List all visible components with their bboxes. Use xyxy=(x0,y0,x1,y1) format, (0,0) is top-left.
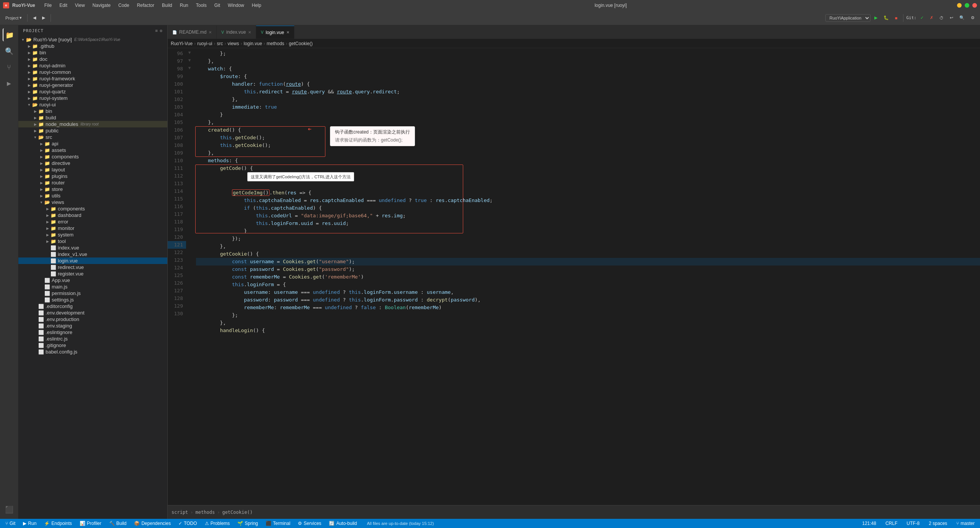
git-check-btn[interactable]: ✓ xyxy=(918,14,926,21)
tree-item-ruoyi-framework[interactable]: ▶ 📁 ruoyi-framework xyxy=(18,75,167,82)
toolbar-back-btn[interactable]: ◀ xyxy=(31,14,38,21)
toolbar-forward-btn[interactable]: ▶ xyxy=(40,14,47,21)
tree-item-ruoyi-common[interactable]: ▶ 📁 ruoyi-common xyxy=(18,69,167,75)
menu-help[interactable]: Help xyxy=(249,2,265,9)
fold-106[interactable]: ▼ xyxy=(186,49,193,57)
bc-ruoyivue[interactable]: RuoYi-Vue xyxy=(171,41,193,46)
settings-btn[interactable]: ⚙ xyxy=(969,14,977,21)
tree-item-env-staging[interactable]: ▶ ⬜ .env.staging xyxy=(18,323,167,329)
tree-item-ruoyi-admin[interactable]: ▶ 📁 ruoyi-admin xyxy=(18,62,167,69)
tab-close-index[interactable]: ✕ xyxy=(248,30,251,34)
status-problems[interactable]: ⚠ Problems xyxy=(203,519,232,528)
tree-item-main-js[interactable]: ▶ ⬜ main.js xyxy=(18,284,167,290)
bottom-tab-getcookie[interactable]: getCookie() xyxy=(220,508,255,516)
bc-ruoyiui[interactable]: ruoyi-ui xyxy=(197,41,212,46)
tree-item-public[interactable]: ▶ 📁 public xyxy=(18,127,167,134)
tree-item-ruoyi-quartz[interactable]: ▶ 📁 ruoyi-quartz xyxy=(18,88,167,95)
sidebar-collapse-icon[interactable]: ≡ xyxy=(155,28,158,33)
tree-item-eslintignore[interactable]: ▶ ⬜ .eslintignore xyxy=(18,329,167,336)
menu-edit[interactable]: Edit xyxy=(56,2,70,9)
run-config-dropdown[interactable]: RuoYiApplication xyxy=(825,14,871,22)
tree-item-eslintrc[interactable]: ▶ ⬜ .eslintrc.js xyxy=(18,336,167,342)
tree-item-env-dev[interactable]: ▶ ⬜ .env.development xyxy=(18,310,167,316)
tree-item-editorconfig[interactable]: ▶ ⬜ .editorconfig xyxy=(18,303,167,310)
tree-item-permission-js[interactable]: ▶ ⬜ permission.js xyxy=(18,290,167,297)
menu-file[interactable]: File xyxy=(41,2,55,9)
tree-item-babel[interactable]: ▶ ⬜ babel.config.js xyxy=(18,349,167,355)
bc-methods[interactable]: methods xyxy=(267,41,284,46)
menu-git[interactable]: Git xyxy=(211,2,223,9)
status-build[interactable]: 🔨 Build xyxy=(107,519,129,528)
status-autobuild[interactable]: 🔄 Auto-build xyxy=(327,519,359,528)
tree-item-assets[interactable]: ▶ 📁 assets xyxy=(18,147,167,153)
tree-item-components[interactable]: ▶ 📁 components xyxy=(18,153,167,160)
tree-item-index-vue[interactable]: ▶ ⬜ index.vue xyxy=(18,244,167,251)
status-line-ending[interactable]: CRLF xyxy=(883,519,900,528)
menu-refactor[interactable]: Refactor xyxy=(134,2,157,9)
menu-bar[interactable]: File Edit View Navigate Code Refactor Bu… xyxy=(41,2,265,9)
tree-item-ruoyi-system[interactable]: ▶ 📁 ruoyi-system xyxy=(18,95,167,101)
status-spring[interactable]: 🌱 Spring xyxy=(235,519,260,528)
activity-search-icon[interactable]: 🔍 xyxy=(3,44,16,57)
tree-item-utils[interactable]: ▶ 📁 utils xyxy=(18,192,167,199)
tab-close-readme[interactable]: ✕ xyxy=(209,30,212,34)
status-encoding[interactable]: UTF-8 xyxy=(904,519,922,528)
status-terminal[interactable]: ⬛ Terminal xyxy=(263,519,292,528)
bottom-tab-methods[interactable]: methods xyxy=(193,508,217,516)
tree-item-plugins[interactable]: ▶ 📁 plugins xyxy=(18,173,167,179)
tree-item-bin[interactable]: ▶ 📁 bin xyxy=(18,49,167,56)
tree-item-register-vue[interactable]: ▶ ⬜ register.vue xyxy=(18,271,167,277)
tab-login-vue[interactable]: V login.vue ✕ xyxy=(256,26,294,39)
tab-readme[interactable]: 📄 README.md ✕ xyxy=(168,26,217,39)
menu-view[interactable]: View xyxy=(72,2,88,9)
tree-item-gitignore[interactable]: ▶ ⬜ .gitignore xyxy=(18,342,167,349)
status-run[interactable]: ▶ Run xyxy=(21,519,39,528)
status-position[interactable]: 121:48 xyxy=(860,519,879,528)
run-btn[interactable]: ▶ xyxy=(872,14,880,21)
menu-navigate[interactable]: Navigate xyxy=(90,2,114,9)
status-git[interactable]: ⑂ Git xyxy=(3,519,18,528)
tree-item-app-vue[interactable]: ▶ ⬜ App.vue xyxy=(18,277,167,284)
tab-close-login[interactable]: ✕ xyxy=(286,30,289,34)
tree-item-dashboard[interactable]: ▶ 📁 dashboard xyxy=(18,212,167,218)
tree-item-ui-bin[interactable]: ▶ 📁 bin xyxy=(18,108,167,114)
debug-btn[interactable]: 🐛 xyxy=(881,14,891,21)
menu-code[interactable]: Code xyxy=(115,2,132,9)
menu-run[interactable]: Run xyxy=(177,2,191,9)
bottom-tab-script[interactable]: script xyxy=(169,508,190,516)
maximize-btn[interactable] xyxy=(965,3,969,8)
tree-item-tool[interactable]: ▶ 📁 tool xyxy=(18,238,167,244)
tree-item-error[interactable]: ▶ 📁 error xyxy=(18,218,167,225)
tree-item-ui-build[interactable]: ▶ 📁 build xyxy=(18,114,167,121)
tree-item-ruoyi-ui[interactable]: ▼ 📂 ruoyi-ui xyxy=(18,101,167,108)
status-services[interactable]: ⚙ Services xyxy=(296,519,323,528)
activity-git-icon[interactable]: ⑂ xyxy=(3,60,16,73)
menu-window[interactable]: Window xyxy=(225,2,247,9)
status-endpoints[interactable]: ⚡ Endpoints xyxy=(42,519,74,528)
toolbar-project-btn[interactable]: Project ▾ xyxy=(3,14,24,21)
tab-index-vue[interactable]: V index.vue ✕ xyxy=(217,26,256,39)
bc-loginvue[interactable]: login.vue xyxy=(244,41,262,46)
sidebar-gear-icon[interactable]: ⚙ xyxy=(160,28,163,33)
tree-item-root[interactable]: ▼ 📂 RuoYi-Vue [ruoyi] E:\WorkSpace1\RuoY… xyxy=(18,36,167,43)
tree-item-api[interactable]: ▶ 📁 api xyxy=(18,140,167,147)
status-indent[interactable]: 2 spaces xyxy=(926,519,949,528)
tree-item-system[interactable]: ▶ 📁 system xyxy=(18,231,167,238)
tree-item-ruoyi-generator[interactable]: ▶ 📁 ruoyi-generator xyxy=(18,82,167,88)
status-branch[interactable]: ⑂ master xyxy=(954,519,977,528)
tree-item-src[interactable]: ▼ 📂 src xyxy=(18,134,167,140)
activity-run-icon[interactable]: ▶ xyxy=(3,77,16,90)
tree-item-github[interactable]: ▶ 📁 .github xyxy=(18,43,167,49)
tree-item-views[interactable]: ▼ 📂 views xyxy=(18,199,167,205)
bc-getcookie[interactable]: getCookie() xyxy=(289,41,313,46)
tree-item-monitor[interactable]: ▶ 📁 monitor xyxy=(18,225,167,231)
fold-112[interactable]: ▼ xyxy=(186,64,193,72)
menu-build[interactable]: Build xyxy=(159,2,175,9)
tree-item-settings-js[interactable]: ▶ ⬜ settings.js xyxy=(18,297,167,303)
git-x-btn[interactable]: ✗ xyxy=(928,14,936,21)
search-everywhere-btn[interactable]: 🔍 xyxy=(957,14,967,21)
close-btn[interactable] xyxy=(972,3,977,8)
git-revert-btn[interactable]: ↩ xyxy=(947,14,956,21)
tree-item-env-prod[interactable]: ▶ ⬜ .env.production xyxy=(18,316,167,323)
tree-item-doc[interactable]: ▶ 📁 doc xyxy=(18,56,167,62)
